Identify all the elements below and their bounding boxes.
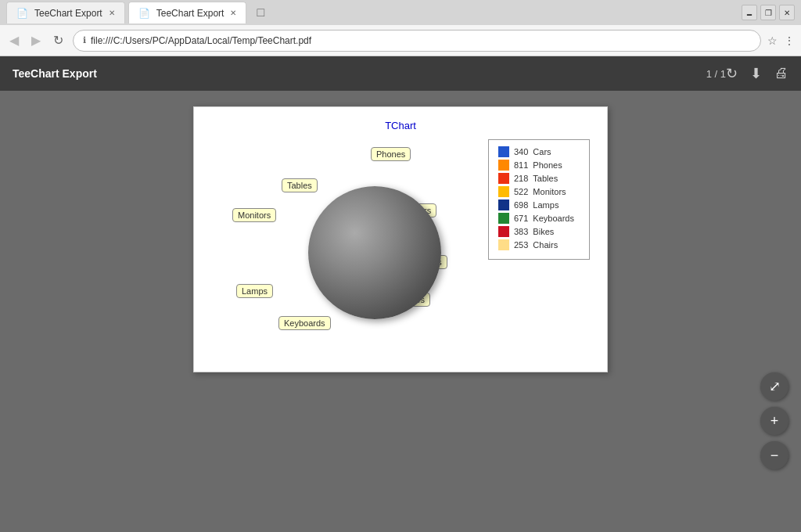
lock-icon: ℹ [83,35,86,45]
minimize-button[interactable]: 🗕 [742,5,757,20]
legend-label-phones: Phones [533,160,562,170]
legend-item-chairs: 253 Chairs [498,239,580,250]
rotate-button[interactable]: ↻ [726,65,738,82]
tab-1[interactable]: 📄 TeeChart Export ✕ [6,2,125,23]
address-text: file:///C:/Users/PC/AppData/Local/Temp/T… [91,35,751,46]
legend-color-chairs [498,239,509,250]
label-monitors: Monitors [232,208,276,222]
legend-label-chairs: Chairs [533,240,558,250]
legend-color-lamps [498,200,509,210]
chart-title: TChart [207,120,594,131]
tab-doc-icon: 📄 [16,8,28,19]
pdf-page: TChart Tables Phones Monitors Cars Chair… [193,106,608,372]
tab-2[interactable]: 📄 TeeChart Export ✕ [128,2,247,23]
tab-1-label: TeeChart Export [34,8,102,19]
app-title: TeeChart Export [13,67,706,80]
refresh-button[interactable]: ↻ [50,30,66,51]
bookmark-button[interactable]: ☆ [767,34,778,47]
address-bar[interactable]: ℹ file:///C:/Users/PC/AppData/Local/Temp… [73,30,761,52]
forward-button[interactable]: ▶ [28,30,44,51]
legend-item-monitors: 522 Monitors [498,186,580,197]
zoom-out-button[interactable]: − [760,441,788,469]
legend-color-keyboards [498,213,509,224]
main-content: TChart Tables Phones Monitors Cars Chair… [0,91,801,532]
tab-1-close[interactable]: ✕ [109,9,115,17]
legend-label-cars: Cars [533,147,551,156]
maximize-button[interactable]: ❐ [760,5,776,20]
legend-color-cars [498,146,509,157]
legend-value-tables: 218 [514,174,528,183]
new-tab-button[interactable]: □ [250,2,271,23]
legend-color-bikes [498,226,509,237]
legend-value-chairs: 253 [514,240,528,250]
legend-label-keyboards: Keyboards [533,214,574,223]
back-button[interactable]: ◀ [6,30,22,51]
legend-item-lamps: 698 Lamps [498,200,580,210]
legend-item-keyboards: 671 Keyboards [498,213,580,224]
legend-value-lamps: 698 [514,200,528,210]
label-lamps: Lamps [236,284,273,298]
legend-value-monitors: 522 [514,187,528,196]
legend-item-cars: 340 Cars [498,146,580,157]
legend-item-tables: 218 Tables [498,173,580,184]
legend-value-bikes: 383 [514,227,528,236]
tab-2-close[interactable]: ✕ [230,9,236,17]
bubble-area: Tables Phones Monitors Cars Chairs Lamps… [207,139,480,358]
fit-button[interactable]: ⤢ [760,372,788,401]
legend-color-tables [498,173,509,184]
legend-label-monitors: Monitors [533,187,566,196]
tab-2-label: TeeChart Export [156,8,224,19]
zoom-in-button[interactable]: + [760,407,788,435]
close-button[interactable]: ✕ [779,5,795,20]
legend-color-monitors [498,186,509,197]
legend-value-keyboards: 671 [514,214,528,223]
legend-item-bikes: 383 Bikes [498,226,580,237]
legend: 340 Cars 811 Phones 218 Tables 522 Monit… [488,139,590,260]
legend-label-bikes: Bikes [533,227,554,236]
more-button[interactable]: ⋮ [784,34,795,47]
legend-value-phones: 811 [514,160,528,170]
legend-label-tables: Tables [533,174,558,183]
legend-color-phones [498,160,509,171]
print-button[interactable]: 🖨 [774,65,788,82]
side-buttons: ⤢ + − [760,372,788,469]
label-tables: Tables [282,178,318,192]
app-header: TeeChart Export 1 / 1 ↻ ⬇ 🖨 [0,56,801,91]
label-keyboards: Keyboards [278,316,331,330]
main-sphere [308,186,441,319]
label-phones: Phones [371,147,411,161]
legend-label-lamps: Lamps [533,200,559,210]
legend-item-phones: 811 Phones [498,160,580,171]
page-count: 1 / 1 [706,68,726,80]
download-button[interactable]: ⬇ [750,65,762,82]
tab-doc-icon-2: 📄 [138,8,150,19]
legend-value-cars: 340 [514,147,528,156]
